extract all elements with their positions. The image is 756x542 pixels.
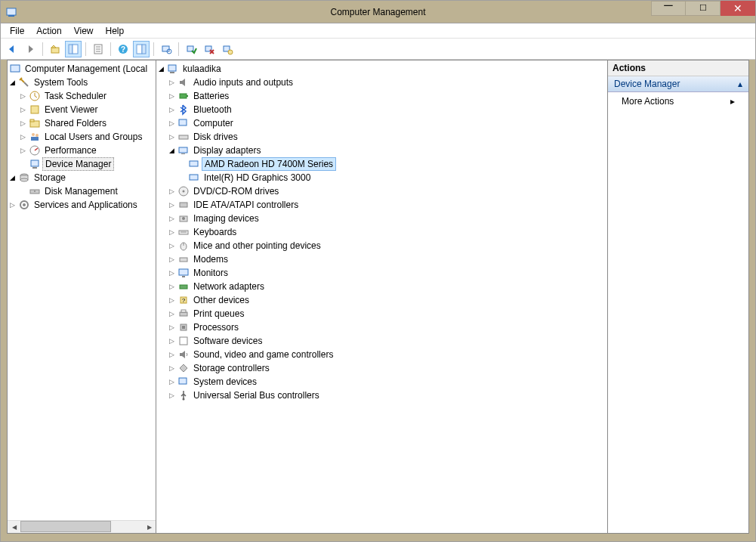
tree-root[interactable]: Computer Management (Local bbox=[8, 62, 156, 76]
tree-shared-folders[interactable]: ▷ Shared Folders bbox=[8, 116, 156, 130]
tree-event-viewer[interactable]: ▷ Event Viewer bbox=[8, 103, 156, 116]
device-ide[interactable]: ▷IDE ATA/ATAPI controllers bbox=[156, 198, 607, 212]
expand-arrow-icon[interactable]: ▷ bbox=[167, 132, 176, 141]
expand-arrow-icon[interactable]: ▷ bbox=[167, 364, 176, 373]
expand-arrow-icon[interactable]: ▷ bbox=[167, 91, 176, 101]
device-mice[interactable]: ▷Mice and other pointing devices bbox=[156, 239, 607, 252]
device-audio[interactable]: ▷Audio inputs and outputs bbox=[156, 76, 607, 89]
device-tree[interactable]: ◢ kulaadika ▷Audio inputs and outputs ▷B… bbox=[156, 60, 607, 404]
collapse-icon[interactable]: ▴ bbox=[738, 79, 742, 89]
maximize-button[interactable]: ☐ bbox=[686, 1, 721, 16]
help-button[interactable]: ? bbox=[115, 41, 131, 57]
expand-arrow-icon[interactable]: ▷ bbox=[167, 323, 176, 332]
device-intel-hd[interactable]: Intel(R) HD Graphics 3000 bbox=[156, 171, 607, 184]
expand-arrow-icon[interactable]: ▷ bbox=[167, 200, 176, 209]
show-tree-button[interactable] bbox=[65, 41, 82, 57]
device-display-adapters[interactable]: ◢Display adapters bbox=[156, 144, 607, 157]
collapse-arrow-icon[interactable]: ◢ bbox=[8, 173, 17, 182]
svg-point-25 bbox=[35, 134, 39, 137]
expand-arrow-icon[interactable]: ▷ bbox=[18, 132, 27, 141]
device-keyboards[interactable]: ▷Keyboards bbox=[156, 225, 607, 239]
expand-arrow-icon[interactable]: ▷ bbox=[167, 255, 176, 264]
navigation-tree[interactable]: Computer Management (Local ◢ System Tool… bbox=[8, 60, 156, 213]
scan-hardware-button[interactable] bbox=[158, 41, 174, 57]
device-storage-controllers[interactable]: ▷Storage controllers bbox=[156, 361, 607, 375]
enable-device-button[interactable] bbox=[183, 41, 199, 57]
device-sound[interactable]: ▷Sound, video and game controllers bbox=[156, 348, 607, 361]
scroll-track[interactable] bbox=[20, 521, 143, 533]
more-actions-item[interactable]: More Actions ▸ bbox=[608, 92, 748, 110]
scroll-thumb[interactable] bbox=[20, 521, 111, 532]
expand-arrow-icon[interactable]: ▷ bbox=[167, 119, 176, 128]
back-button[interactable] bbox=[4, 41, 20, 57]
computer-management-icon bbox=[9, 63, 21, 75]
expand-arrow-icon[interactable]: ▷ bbox=[167, 228, 176, 237]
device-system-devices[interactable]: ▷System devices bbox=[156, 375, 607, 389]
tree-storage[interactable]: ◢ Storage bbox=[8, 171, 156, 184]
device-disk-drives[interactable]: ▷Disk drives bbox=[156, 130, 607, 144]
device-modems[interactable]: ▷Modems bbox=[156, 252, 607, 266]
device-software[interactable]: ▷Software devices bbox=[156, 334, 607, 348]
expand-arrow-icon[interactable]: ▷ bbox=[167, 377, 176, 386]
action-pane-button[interactable] bbox=[133, 41, 150, 57]
expand-arrow-icon[interactable]: ▷ bbox=[167, 336, 176, 345]
expand-arrow-icon[interactable]: ▷ bbox=[167, 268, 176, 277]
close-button[interactable]: ✕ bbox=[721, 1, 755, 16]
expand-arrow-icon[interactable]: ▷ bbox=[167, 391, 176, 400]
expand-arrow-icon[interactable]: ▷ bbox=[18, 119, 27, 128]
svg-point-32 bbox=[20, 178, 28, 181]
expand-arrow-icon[interactable]: ▷ bbox=[167, 105, 176, 114]
expand-arrow-icon[interactable]: ▷ bbox=[167, 78, 176, 87]
tree-device-manager[interactable]: Device Manager bbox=[8, 157, 156, 171]
expand-arrow-icon[interactable]: ▷ bbox=[167, 214, 176, 223]
tree-system-tools[interactable]: ◢ System Tools bbox=[8, 76, 156, 89]
tree-task-scheduler[interactable]: ▷ Task Scheduler bbox=[8, 89, 156, 103]
expand-arrow-icon[interactable]: ▷ bbox=[18, 146, 27, 155]
collapse-arrow-icon[interactable]: ◢ bbox=[8, 78, 17, 87]
tree-performance[interactable]: ▷ Performance bbox=[8, 144, 156, 157]
device-network[interactable]: ▷Network adapters bbox=[156, 280, 607, 293]
device-imaging[interactable]: ▷Imaging devices bbox=[156, 212, 607, 225]
tree-disk-management[interactable]: Disk Management bbox=[8, 184, 156, 198]
menu-view[interactable]: View bbox=[68, 24, 100, 38]
tree-local-users[interactable]: ▷ Local Users and Groups bbox=[8, 130, 156, 144]
expand-arrow-icon[interactable]: ▷ bbox=[167, 350, 176, 359]
minimize-button[interactable]: ─ bbox=[651, 1, 686, 16]
expand-arrow-icon[interactable]: ▷ bbox=[167, 296, 176, 305]
expand-arrow-icon[interactable]: ▷ bbox=[167, 241, 176, 250]
expand-arrow-icon[interactable]: ▷ bbox=[18, 91, 27, 101]
menu-help[interactable]: Help bbox=[100, 24, 131, 38]
menu-file[interactable]: File bbox=[4, 24, 30, 38]
expand-arrow-icon[interactable]: ▷ bbox=[167, 282, 176, 291]
device-root[interactable]: ◢ kulaadika bbox=[156, 62, 607, 76]
device-amd-radeon[interactable]: AMD Radeon HD 7400M Series bbox=[156, 157, 607, 171]
device-dvd[interactable]: ▷DVD/CD-ROM drives bbox=[156, 184, 607, 198]
device-monitors[interactable]: ▷Monitors bbox=[156, 266, 607, 280]
tree-services-apps[interactable]: ▷ Services and Applications bbox=[8, 198, 156, 212]
collapse-arrow-icon[interactable]: ◢ bbox=[167, 146, 176, 155]
uninstall-device-button[interactable] bbox=[201, 41, 218, 57]
device-bluetooth[interactable]: ▷Bluetooth bbox=[156, 103, 607, 116]
horizontal-scrollbar[interactable]: ◀ ▶ bbox=[8, 520, 156, 533]
scroll-left-button[interactable]: ◀ bbox=[8, 521, 20, 534]
device-computer[interactable]: ▷Computer bbox=[156, 116, 607, 130]
forward-button[interactable] bbox=[22, 41, 39, 57]
expand-arrow-icon[interactable]: ▷ bbox=[8, 200, 17, 209]
device-usb[interactable]: ▷Universal Serial Bus controllers bbox=[156, 389, 607, 402]
menu-action[interactable]: Action bbox=[30, 24, 67, 38]
collapse-arrow-icon[interactable]: ◢ bbox=[156, 64, 165, 73]
expand-arrow-icon[interactable]: ▷ bbox=[18, 105, 27, 114]
actions-section-header[interactable]: Device Manager ▴ bbox=[608, 76, 748, 92]
device-other[interactable]: ▷?Other devices bbox=[156, 293, 607, 307]
update-driver-button[interactable] bbox=[219, 41, 236, 57]
properties-button[interactable] bbox=[90, 41, 106, 57]
expand-arrow-icon[interactable]: ▷ bbox=[167, 309, 176, 318]
up-button[interactable] bbox=[47, 41, 63, 57]
device-print-queues[interactable]: ▷Print queues bbox=[156, 307, 607, 321]
computer-icon bbox=[167, 63, 179, 75]
toolbar-separator bbox=[110, 42, 111, 56]
device-batteries[interactable]: ▷Batteries bbox=[156, 89, 607, 103]
expand-arrow-icon[interactable]: ▷ bbox=[167, 187, 176, 196]
scroll-right-button[interactable]: ▶ bbox=[143, 521, 156, 534]
device-processors[interactable]: ▷Processors bbox=[156, 321, 607, 334]
